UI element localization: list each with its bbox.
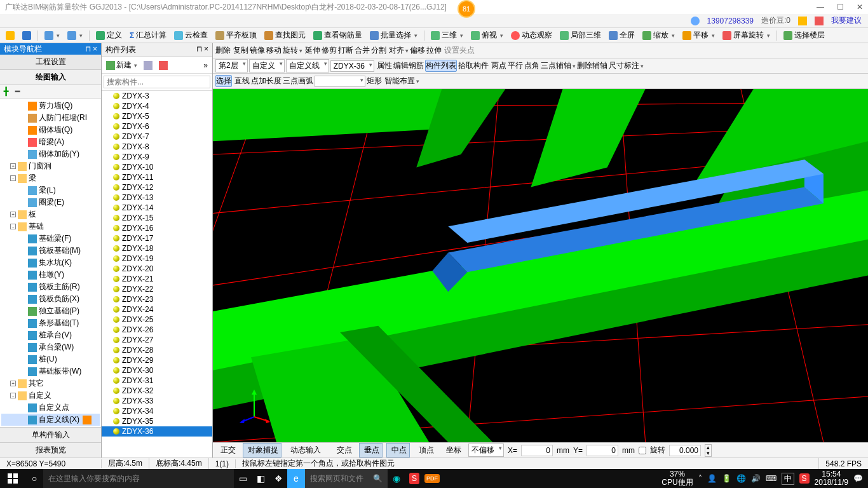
two-point-button[interactable]: 两点 bbox=[491, 60, 506, 71]
tray-power-icon[interactable]: 🔋 bbox=[722, 474, 731, 483]
browser-search[interactable]: 搜索网页和文件🔍 bbox=[305, 469, 388, 488]
rect-tool-button[interactable]: 矩形 bbox=[367, 76, 382, 86]
maximize-button[interactable]: ☐ bbox=[834, 3, 846, 11]
component-item[interactable]: ZDYX-3 bbox=[102, 91, 212, 101]
split-button[interactable]: 分割 bbox=[371, 45, 386, 56]
mirror-button[interactable]: 镜像 bbox=[250, 45, 265, 56]
align-button[interactable]: 对齐 bbox=[389, 45, 409, 56]
tray-people-icon[interactable]: 👤 bbox=[707, 474, 717, 483]
component-item[interactable]: ZDYX-11 bbox=[102, 172, 212, 182]
component-item[interactable]: ZDYX-7 bbox=[102, 132, 212, 142]
component-list[interactable]: ZDYX-3ZDYX-4ZDYX-5ZDYX-6ZDYX-7ZDYX-8ZDYX… bbox=[102, 91, 212, 458]
ie-icon[interactable]: e bbox=[287, 469, 305, 488]
three-pt-aux-button[interactable]: 三点辅轴 bbox=[541, 60, 576, 71]
attribute-button[interactable]: 属性 bbox=[377, 60, 392, 71]
3d-button[interactable]: 三维 bbox=[428, 29, 466, 42]
trim-button[interactable]: 修剪 bbox=[322, 45, 337, 56]
sum-button[interactable]: Σ汇总计算 bbox=[126, 29, 170, 42]
user-phone[interactable]: 13907298339 bbox=[707, 17, 754, 25]
notification-badge[interactable]: 81 bbox=[458, 0, 475, 18]
category-select[interactable]: 自定义 bbox=[249, 59, 285, 72]
tray-keyboard-icon[interactable]: ⌨ bbox=[766, 474, 776, 483]
app-icon-3[interactable]: ◉ bbox=[388, 469, 405, 488]
component-item[interactable]: ZDYX-24 bbox=[102, 304, 212, 315]
3d-viewport[interactable] bbox=[213, 89, 868, 442]
subcategory-select[interactable]: 自定义线 bbox=[286, 59, 329, 72]
move-button[interactable]: 移动 bbox=[266, 45, 281, 56]
top-view-button[interactable]: 俯视 bbox=[468, 29, 506, 42]
pt-len-button[interactable]: 点加长度 bbox=[251, 76, 281, 86]
app-icon-5[interactable]: PDF bbox=[423, 469, 441, 488]
comp-copy-icon[interactable] bbox=[142, 60, 154, 71]
y-offset-input[interactable] bbox=[587, 445, 618, 456]
local-3d-button[interactable]: 局部三维 bbox=[557, 29, 604, 42]
rotate-input[interactable] bbox=[669, 445, 701, 456]
component-item[interactable]: ZDYX-21 bbox=[102, 274, 212, 284]
component-item[interactable]: ZDYX-20 bbox=[102, 264, 212, 274]
component-item[interactable]: ZDYX-35 bbox=[102, 416, 212, 426]
category-tree[interactable]: 剪力墙(Q) 人防门框墙(RI 砌体墙(Q) 暗梁(A) 砌体加筋(Y) +门窗… bbox=[0, 98, 101, 427]
component-item[interactable]: ZDYX-30 bbox=[102, 365, 212, 376]
stretch-button[interactable]: 拉伸 bbox=[426, 45, 442, 56]
component-item[interactable]: ZDYX-27 bbox=[102, 335, 212, 345]
perp-snap[interactable]: 垂点 bbox=[359, 443, 383, 458]
select-floor-button[interactable]: 选择楼层 bbox=[780, 29, 828, 42]
smart-layout-button[interactable]: 智能布置 bbox=[384, 76, 419, 86]
component-item[interactable]: ZDYX-8 bbox=[102, 142, 212, 152]
new-component-button[interactable]: 新建 bbox=[104, 59, 139, 71]
component-item[interactable]: ZDYX-17 bbox=[102, 233, 212, 243]
component-item[interactable]: ZDYX-4 bbox=[102, 101, 212, 111]
delete-button[interactable]: 删除 bbox=[215, 45, 231, 56]
offset-mode-select[interactable]: 不偏移 bbox=[468, 444, 504, 457]
three-pt-arc-button[interactable]: 三点画弧 bbox=[283, 76, 313, 86]
batch-select-button[interactable]: 批量选择 bbox=[367, 29, 421, 42]
comp-pin-icon[interactable]: ⊓ bbox=[196, 44, 202, 53]
pick-component-button[interactable]: 拾取构件 bbox=[458, 60, 489, 71]
component-item[interactable]: ZDYX-18 bbox=[102, 243, 212, 254]
line-tool-button[interactable]: 直线 bbox=[234, 76, 250, 86]
minus-icon[interactable]: ━ bbox=[15, 87, 24, 96]
save-button[interactable] bbox=[19, 30, 34, 41]
close-button[interactable]: ✕ bbox=[854, 3, 865, 11]
x-offset-input[interactable] bbox=[521, 445, 553, 456]
break-button[interactable]: 打断 bbox=[338, 45, 353, 56]
plus-icon[interactable]: ╋ bbox=[4, 87, 13, 96]
flat-slab-button[interactable]: 平齐板顶 bbox=[212, 29, 260, 42]
component-item[interactable]: ZDYX-10 bbox=[102, 162, 212, 172]
start-button[interactable] bbox=[0, 469, 25, 488]
intersect-snap[interactable]: 交点 bbox=[332, 443, 355, 458]
redo-button[interactable] bbox=[64, 30, 86, 41]
floor-select[interactable]: 第2层 bbox=[215, 59, 248, 72]
point-angle-button[interactable]: 点角 bbox=[524, 60, 539, 71]
vertex-snap[interactable]: 顶点 bbox=[414, 443, 437, 458]
edit-rebar-button[interactable]: 编辑钢筋 bbox=[393, 60, 424, 71]
delete-aux-button[interactable]: 删除辅轴 bbox=[577, 60, 607, 71]
action-center-icon[interactable]: 💬 bbox=[853, 474, 863, 483]
component-item[interactable]: ZDYX-25 bbox=[102, 315, 212, 325]
fullscreen-button[interactable]: 全屏 bbox=[606, 29, 638, 42]
mid-snap[interactable]: 中点 bbox=[386, 443, 410, 458]
component-item[interactable]: ZDYX-33 bbox=[102, 396, 212, 406]
tray-network-icon[interactable]: 🌐 bbox=[736, 474, 746, 483]
screen-rotate-button[interactable]: 屏幕旋转 bbox=[719, 29, 773, 42]
rotate-checkbox[interactable] bbox=[639, 447, 646, 454]
grip-button[interactable]: 设置夹点 bbox=[444, 45, 475, 56]
component-item[interactable]: ZDYX-32 bbox=[102, 386, 212, 396]
component-item[interactable]: ZDYX-26 bbox=[102, 325, 212, 335]
dynamic-input-toggle[interactable]: 动态输入 bbox=[285, 443, 324, 458]
comp-more-icon[interactable]: » bbox=[201, 60, 210, 71]
component-item[interactable]: ZDYX-6 bbox=[102, 121, 212, 132]
component-item[interactable]: ZDYX-34 bbox=[102, 406, 212, 416]
component-search-input[interactable] bbox=[104, 76, 210, 88]
component-item[interactable]: ZDYX-29 bbox=[102, 355, 212, 365]
app-icon-2[interactable]: ❖ bbox=[269, 469, 287, 488]
open-button[interactable] bbox=[3, 30, 18, 41]
arc-mode-select[interactable] bbox=[315, 76, 365, 87]
coord-snap[interactable]: 坐标 bbox=[441, 443, 465, 458]
nav-close-icon[interactable]: × bbox=[93, 44, 97, 53]
view-rebar-button[interactable]: 查看钢筋量 bbox=[310, 29, 365, 42]
component-item[interactable]: ZDYX-15 bbox=[102, 213, 212, 223]
find-element-button[interactable]: 查找图元 bbox=[261, 29, 309, 42]
copy-button[interactable]: 复制 bbox=[233, 45, 248, 56]
undo-button[interactable] bbox=[41, 30, 63, 41]
